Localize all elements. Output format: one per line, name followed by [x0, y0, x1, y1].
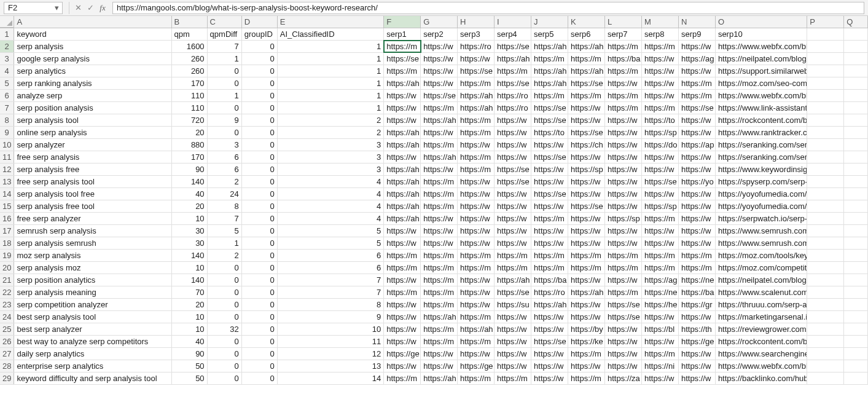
cell[interactable]: https://m: [568, 262, 605, 274]
cell[interactable]: https://w: [458, 286, 495, 298]
cell[interactable]: 2: [208, 250, 242, 261]
cell[interactable]: [844, 90, 868, 101]
cell[interactable]: https://reviewgrower.com/bes: [716, 323, 807, 335]
cell[interactable]: https://yoyofumedia.com/top-: [716, 200, 807, 212]
cell[interactable]: https://ge: [384, 348, 421, 360]
cell[interactable]: moz serp analysis: [14, 250, 171, 261]
cell[interactable]: https://m: [458, 164, 495, 175]
row-header-13[interactable]: 13: [0, 176, 14, 187]
cell[interactable]: https://www.link-assistant.co: [716, 102, 807, 114]
cell[interactable]: https://w: [605, 139, 642, 151]
cell[interactable]: https://w: [605, 188, 642, 200]
cell[interactable]: https://m: [531, 213, 568, 224]
cell[interactable]: https://www.semrush.com/blo: [716, 225, 807, 237]
cell[interactable]: https://w: [421, 237, 458, 249]
cell[interactable]: https://w: [605, 151, 642, 163]
cell[interactable]: https://ah: [384, 164, 421, 175]
cell[interactable]: https://w: [421, 164, 458, 175]
cell[interactable]: 30: [172, 225, 208, 237]
cell[interactable]: [807, 28, 844, 40]
cell[interactable]: https://w: [458, 225, 495, 237]
cell[interactable]: 20: [172, 127, 208, 138]
cell[interactable]: https://ah: [495, 53, 531, 65]
cell[interactable]: https://m: [421, 188, 458, 200]
row-header-17[interactable]: 17: [0, 225, 14, 237]
cell[interactable]: https://w: [679, 348, 716, 360]
cell[interactable]: https://ah: [531, 65, 568, 77]
cell[interactable]: https://neilpatel.com/blog/se: [716, 274, 807, 286]
cell[interactable]: https://se: [568, 200, 605, 212]
cell[interactable]: https://w: [568, 299, 605, 310]
cell[interactable]: [807, 299, 844, 310]
cell[interactable]: serp8: [642, 28, 679, 40]
cell[interactable]: https://ah: [458, 323, 495, 335]
row-header-22[interactable]: 22: [0, 286, 14, 298]
cell[interactable]: https://w: [384, 237, 421, 249]
select-all-corner[interactable]: [0, 16, 14, 28]
cell[interactable]: 1: [278, 77, 384, 89]
cell[interactable]: https://ag: [679, 53, 716, 65]
cell[interactable]: [807, 311, 844, 323]
cell[interactable]: 11: [278, 336, 384, 347]
cell[interactable]: https://w: [605, 164, 642, 175]
cell[interactable]: https://ne: [642, 286, 679, 298]
cell[interactable]: https://w: [421, 213, 458, 224]
cell[interactable]: https://w: [531, 348, 568, 360]
cell[interactable]: 3: [278, 139, 384, 151]
cell[interactable]: https://w: [568, 188, 605, 200]
cell[interactable]: https://w: [495, 114, 531, 126]
cell[interactable]: https://se: [495, 164, 531, 175]
cell[interactable]: https://ah: [568, 286, 605, 298]
cell[interactable]: https://www.keywordinsights.: [716, 164, 807, 175]
cell[interactable]: https://w: [605, 237, 642, 249]
cell[interactable]: https://w: [679, 372, 716, 384]
row-header-5[interactable]: 5: [0, 77, 14, 89]
cell[interactable]: 720: [172, 114, 208, 126]
cell[interactable]: https://ah: [421, 311, 458, 323]
cell[interactable]: serp6: [568, 28, 605, 40]
cell[interactable]: 0: [208, 286, 242, 298]
cell[interactable]: https://w: [679, 360, 716, 372]
name-box[interactable]: F2 ▾: [4, 2, 63, 14]
cell[interactable]: 5: [208, 225, 242, 237]
cell[interactable]: https://w: [421, 65, 458, 77]
cell[interactable]: https://w: [679, 114, 716, 126]
cell[interactable]: serp5: [531, 28, 568, 40]
cell[interactable]: https://ge: [458, 360, 495, 372]
cell[interactable]: https://m: [421, 102, 458, 114]
row-header-28[interactable]: 28: [0, 360, 14, 372]
cell[interactable]: https://ro: [458, 41, 495, 52]
cell[interactable]: https://w: [679, 164, 716, 175]
cell[interactable]: https://www.ranktracker.com/: [716, 127, 807, 138]
row-header-26[interactable]: 26: [0, 336, 14, 347]
cell[interactable]: https://m: [679, 90, 716, 101]
cell[interactable]: https://w: [642, 77, 679, 89]
cell[interactable]: google serp analysis: [14, 53, 171, 65]
cell[interactable]: 10: [278, 323, 384, 335]
cell[interactable]: https://ah: [384, 77, 421, 89]
cell[interactable]: https://www.webfx.com/blog/: [716, 41, 807, 52]
cell[interactable]: https://m: [568, 90, 605, 101]
cell[interactable]: https://ah: [531, 41, 568, 52]
cell[interactable]: https://ro: [495, 102, 531, 114]
cell[interactable]: 0: [242, 127, 278, 138]
cell[interactable]: [807, 176, 844, 187]
cell[interactable]: https://w: [458, 188, 495, 200]
cell[interactable]: https://w: [495, 237, 531, 249]
cell[interactable]: 3: [278, 151, 384, 163]
cell[interactable]: https://m: [458, 336, 495, 347]
cell[interactable]: 0: [242, 372, 278, 384]
cell[interactable]: serp analysis meaning: [14, 286, 171, 298]
cell[interactable]: https://se: [495, 176, 531, 187]
cell[interactable]: https://m: [605, 102, 642, 114]
cell[interactable]: https://w: [605, 336, 642, 347]
cell[interactable]: https://ah: [421, 151, 458, 163]
cell[interactable]: serp analysis moz: [14, 262, 171, 274]
cell[interactable]: 0: [242, 200, 278, 212]
col-header-F[interactable]: F: [384, 16, 421, 28]
cell[interactable]: https://gr: [679, 299, 716, 310]
row-header-20[interactable]: 20: [0, 262, 14, 274]
cell[interactable]: 260: [172, 65, 208, 77]
row-header-8[interactable]: 8: [0, 114, 14, 126]
cell[interactable]: https://w: [531, 176, 568, 187]
